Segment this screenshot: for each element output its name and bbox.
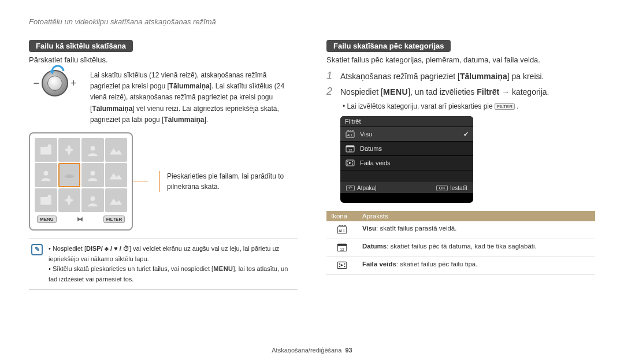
filter-screen-button: FILTER	[103, 216, 125, 223]
svg-point-20	[339, 263, 340, 265]
svg-point-12	[352, 161, 353, 162]
back-key-icon: ↶	[346, 185, 355, 191]
svg-text:12: 12	[340, 247, 344, 251]
note-box: ✎ Nospiediet [DISP/ ♣ / ♥ / ⏱] vai velci…	[29, 239, 298, 289]
thumbnail-screen: MENU ⧓ FILTER	[29, 132, 133, 231]
ok-key-icon: OK	[436, 185, 448, 191]
right-intro: Skatiet failus pēc kategorijas, piemēram…	[326, 55, 595, 64]
svg-point-11	[347, 164, 348, 165]
svg-point-22	[344, 263, 345, 265]
plus-sign: +	[70, 77, 77, 90]
footer-back: ↶ Atpakaļ	[346, 185, 376, 191]
svg-point-0	[90, 146, 95, 151]
right-section-title: Failu skatīšana pēc kategorijas	[326, 40, 451, 52]
page-footer: Atskaņošana/rediģēšana 93	[0, 347, 624, 354]
thumb	[58, 188, 81, 212]
callout-line	[133, 181, 148, 181]
step-2: 2 Nospiediet [MENU], un tad izvēlieties …	[326, 86, 595, 98]
note-item: Sīktēlu skatā pieskarieties un turiet fa…	[49, 264, 295, 284]
thumb	[105, 188, 128, 212]
screen-callout-text: Pieskarieties pie failam, lai parādītu t…	[159, 171, 298, 192]
left-intro: Pārskatiet failu sīktēlus.	[29, 55, 298, 64]
thumb	[81, 138, 104, 162]
dial-instruction-text: Lai skatītu sīktēlus (12 vienā reizē), a…	[90, 70, 298, 125]
svg-point-1	[43, 171, 48, 176]
svg-text:ALL: ALL	[339, 229, 346, 233]
note-item: Nospiediet [DISP/ ♣ / ♥ / ⏱] vai velciet…	[49, 244, 295, 264]
menu-screen-button: MENU	[37, 216, 57, 223]
thumb-selected	[58, 163, 81, 187]
all-icon: ALL	[345, 130, 355, 138]
filter-header: Filtrēt	[340, 116, 473, 127]
zoom-dial-graphic: − +	[29, 70, 81, 96]
thumb	[35, 188, 57, 212]
icon-description-table: Ikona Apraksts ALL Visu: skatīt failus p…	[326, 211, 595, 275]
col-desc: Apraksts	[358, 211, 595, 221]
share-icon: ⧓	[77, 216, 83, 223]
table-row: 12 Datums: skatiet failus pēc tā datuma,…	[326, 239, 595, 257]
svg-point-13	[352, 164, 353, 165]
breadcrumb: Fotoattēlu un videoklipu skatīšana atska…	[29, 17, 595, 26]
svg-text:12: 12	[348, 148, 352, 152]
svg-point-3	[90, 196, 95, 201]
svg-point-10	[347, 161, 348, 162]
svg-point-2	[90, 171, 95, 176]
check-icon: ✔	[463, 131, 469, 138]
minus-sign: −	[33, 77, 39, 90]
thumb	[35, 138, 57, 162]
filetype-icon	[345, 159, 355, 167]
filter-menu-screen: Filtrēt ALL Visu ✔ 12 Datums Faila veids	[340, 116, 473, 203]
thumb	[58, 138, 81, 162]
svg-point-21	[339, 266, 340, 267]
thumb	[105, 163, 128, 187]
filter-item-type: Faila veids	[340, 155, 473, 170]
svg-point-23	[344, 266, 345, 267]
right-column: Failu skatīšana pēc kategorijas Skatiet …	[326, 40, 595, 289]
thumb	[105, 138, 128, 162]
filter-item-date: 12 Datums	[340, 141, 473, 155]
step-1: 1 Atskaņošanas režīmā pagrieziet [Tālumm…	[326, 70, 595, 82]
thumb	[81, 188, 104, 212]
left-column: Failu kā sīktēlu skatīšana Pārskatiet fa…	[29, 40, 298, 289]
thumb	[35, 163, 57, 187]
thumb	[81, 163, 104, 187]
svg-rect-17	[337, 244, 347, 246]
calendar-icon: 12	[345, 144, 355, 153]
svg-rect-7	[346, 146, 354, 147]
footer-set: OK Iestatīt	[436, 185, 467, 191]
rotate-arrow-icon	[50, 63, 66, 75]
col-icon: Ikona	[326, 211, 358, 221]
table-row: Faila veids: skatiet failus pēc failu ti…	[326, 257, 595, 275]
left-section-title: Failu kā sīktēlu skatīšana	[29, 40, 133, 52]
svg-text:ALL: ALL	[347, 133, 354, 137]
filter-item-all: ALL Visu ✔	[340, 127, 473, 141]
sub-bullet: Lai izvēlētos kategoriju, varat arī pies…	[343, 102, 595, 110]
table-row: ALL Visu: skatīt failus parastā veidā.	[326, 221, 595, 239]
note-icon: ✎	[31, 244, 43, 255]
